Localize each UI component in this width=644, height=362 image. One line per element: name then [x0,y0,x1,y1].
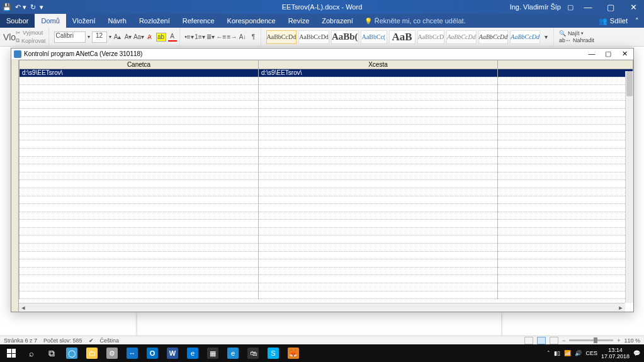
table-row[interactable] [20,164,633,173]
cell[interactable] [498,172,633,180]
cell[interactable] [20,259,259,268]
scroll-left-icon[interactable]: ◄ [19,305,28,311]
taskbar-foxpro[interactable]: 🦊 [283,344,303,362]
cell[interactable] [20,204,259,212]
cell[interactable] [259,259,498,268]
cut-button[interactable]: ✂Vyjmout [16,30,46,36]
cell[interactable] [498,77,633,85]
cell[interactable] [20,172,259,180]
taskbar-explorer[interactable]: 🗀 [82,344,102,362]
cell[interactable] [498,227,633,235]
multilevel-icon[interactable]: ≣▾ [206,33,215,42]
cell[interactable] [20,164,259,173]
style-subtitle[interactable]: AaBbCcD [417,30,445,44]
show-marks-icon[interactable]: ¶ [249,33,258,42]
window-minimize-icon[interactable]: — [580,3,596,12]
search-button[interactable]: ⌕ [21,344,42,362]
tab-references[interactable]: Reference [176,14,221,28]
program-titlebar[interactable]: Kontrolní program ANetCa (Verze 310118) … [11,48,633,60]
col-header-xcesta[interactable]: Xcesta [259,60,498,69]
cell[interactable] [259,172,498,180]
cell[interactable] [498,132,633,140]
table-row[interactable] [20,188,633,196]
style-nospacing[interactable]: AaBbCcDd [298,30,329,44]
window-restore-icon[interactable]: ▢ [602,3,619,12]
cell[interactable] [20,125,259,133]
cell[interactable] [259,156,498,164]
copy-button[interactable]: ⧉Kopírovat [16,37,46,44]
vertical-scrollbar[interactable] [625,71,633,303]
collapse-ribbon-icon[interactable]: ˄ [635,17,639,25]
highlight-icon[interactable]: ab [156,33,166,42]
horizontal-scrollbar[interactable]: ◄ ► [19,303,625,312]
cell[interactable] [20,244,259,252]
cell[interactable] [498,101,633,109]
cell[interactable] [498,267,633,275]
tab-layout[interactable]: Rozložení [133,14,176,28]
tab-mailings[interactable]: Korespondence [221,14,282,28]
notifications-icon[interactable]: 💬 [633,350,640,356]
cell[interactable] [20,77,259,85]
scroll-right-icon[interactable]: ► [616,305,625,311]
cell[interactable] [259,204,498,212]
zoom-in-icon[interactable]: + [617,337,620,344]
table-row[interactable] [20,220,633,228]
clear-formatting-icon[interactable]: A̷ [145,33,154,42]
table-row[interactable] [20,204,633,212]
battery-icon[interactable]: ▮▯ [554,350,560,356]
taskbar-app-3[interactable]: ⚙ [102,344,122,362]
tab-file[interactable]: Soubor [0,14,35,28]
taskbar-word[interactable]: W [162,344,183,362]
tray-chevron-icon[interactable]: ˄ [547,350,550,356]
cell[interactable] [20,275,259,283]
col-header-blank[interactable] [498,60,633,69]
taskbar-skype[interactable]: S [263,344,283,362]
taskbar-teamviewer[interactable]: ↔ [122,344,142,362]
tab-design[interactable]: Návrh [102,14,133,28]
cell[interactable] [498,204,633,212]
cell[interactable] [259,275,498,283]
cell-xcesta[interactable]: d:\s9\EETsrov\ [259,69,498,77]
cell[interactable] [20,251,259,259]
volume-icon[interactable]: 🔊 [575,350,582,356]
styles-more-icon[interactable]: ▾ [542,33,551,42]
cell[interactable] [20,180,259,188]
table-row[interactable] [20,244,633,252]
tab-home[interactable]: Domů [35,14,65,28]
table-row[interactable] [20,291,633,299]
cell[interactable] [498,212,633,220]
word-count[interactable]: Počet slov: 585 [43,337,82,344]
window-close-icon[interactable]: ✕ [625,3,641,12]
cell[interactable] [259,235,498,244]
table-row[interactable] [20,125,633,133]
taskbar-edge[interactable]: e [183,344,203,362]
table-row[interactable] [20,93,633,101]
cell[interactable] [20,116,259,125]
table-row[interactable] [20,196,633,204]
numbering-icon[interactable]: 1≡▾ [196,33,205,42]
start-button[interactable] [1,344,21,362]
table-row[interactable] [20,77,633,85]
taskbar-ie[interactable]: e [223,344,243,362]
cell[interactable] [20,156,259,164]
table-row[interactable] [20,283,633,291]
cell[interactable] [20,291,259,299]
table-row[interactable] [20,132,633,140]
change-case-icon[interactable]: Aa▾ [135,33,144,42]
cell[interactable] [20,212,259,220]
table-row[interactable] [20,156,633,164]
zoom-slider[interactable] [569,339,613,341]
tab-review[interactable]: Revize [282,14,316,28]
cell[interactable] [259,180,498,188]
cell[interactable] [259,93,498,101]
cell[interactable] [498,196,633,204]
cell[interactable] [259,77,498,85]
scrollbar-thumb[interactable] [626,71,633,96]
ribbon-options-icon[interactable]: ▢ [567,3,573,11]
qat-more-icon[interactable]: ▾ [40,3,43,11]
cell[interactable] [498,93,633,101]
table-row[interactable] [20,116,633,125]
input-language[interactable]: CES [585,350,597,356]
taskbar-calculator[interactable]: ▦ [203,344,223,362]
cell[interactable] [20,132,259,140]
